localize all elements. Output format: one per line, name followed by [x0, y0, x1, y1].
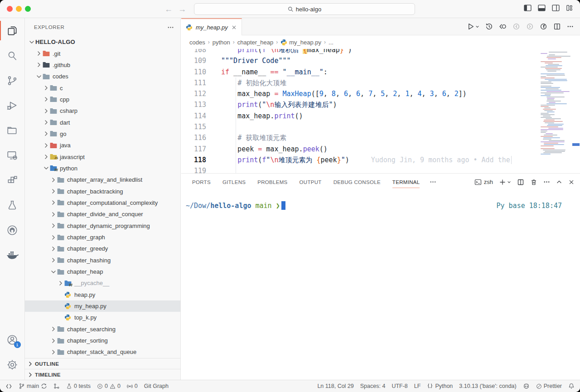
extensions-icon[interactable] — [0, 168, 25, 193]
new-terminal-icon[interactable] — [499, 179, 511, 186]
customize-layout-icon[interactable] — [566, 5, 573, 11]
shell-selector[interactable]: zsh — [474, 179, 493, 186]
language-mode-status[interactable]: Python — [427, 383, 453, 389]
chevron-right-icon[interactable] — [50, 234, 57, 241]
tree-item-chapter_divide_and_conquer[interactable]: chapter_divide_and_conquer — [25, 208, 181, 220]
tree-item-c[interactable]: c — [25, 82, 181, 93]
panel-tab-terminal[interactable]: TERMINAL — [392, 174, 420, 190]
chevron-right-icon[interactable] — [43, 153, 50, 160]
tree-item-dart[interactable]: dart — [25, 116, 181, 128]
tree-item-chapter_computational_complexity[interactable]: chapter_computational_complexity — [25, 197, 181, 208]
tree-item-top_kpy[interactable]: top_k.py — [25, 312, 181, 323]
code-line-115[interactable]: 115 — [181, 121, 540, 132]
tree-item-chapter_stack_and_queue[interactable]: chapter_stack_and_queue — [25, 346, 181, 358]
breadcrumb-item-python[interactable]: python — [213, 39, 230, 46]
panel-tab-output[interactable]: OUTPUT — [300, 174, 322, 190]
outline-section-header[interactable]: OUTLINE — [25, 358, 181, 369]
python-interpreter-status[interactable]: 3.10.13 ('base': conda) — [459, 383, 516, 389]
docker-icon[interactable] — [0, 242, 25, 267]
tree-item-chapter_greedy[interactable]: chapter_greedy — [25, 243, 181, 254]
code-line-109[interactable]: 109"""Driver Code""" — [181, 55, 540, 66]
chevron-down-icon[interactable] — [28, 39, 35, 46]
breadcrumb-item-chapter_heap[interactable]: chapter_heap — [237, 39, 274, 46]
indentation-status[interactable]: Spaces: 4 — [360, 383, 386, 389]
chevron-right-icon[interactable] — [50, 348, 57, 356]
chevron-right-icon[interactable] — [50, 245, 57, 252]
eol-status[interactable]: LF — [414, 383, 421, 389]
accounts-icon[interactable]: 1 — [0, 327, 25, 352]
run-and-debug-icon[interactable] — [0, 93, 25, 118]
tab-my-heap-py[interactable]: my_heap.py — [181, 18, 242, 35]
minimap[interactable] — [540, 49, 572, 173]
panel-more-tabs-icon[interactable] — [430, 179, 436, 185]
zoom-window-button[interactable] — [25, 6, 31, 12]
chevron-right-icon[interactable] — [43, 119, 50, 126]
editor-more-actions-icon[interactable] — [567, 23, 574, 30]
open-changes-icon[interactable] — [499, 23, 507, 30]
chevron-right-icon[interactable] — [50, 325, 57, 333]
code-line-118[interactable]: 118 print(f"\n堆顶元素为 {peek}")Yudong Jin, … — [181, 155, 540, 165]
split-editor-icon[interactable] — [553, 23, 561, 30]
copilot-status-icon[interactable] — [523, 383, 530, 390]
tree-item-chapter_sorting[interactable]: chapter_sorting — [25, 335, 181, 346]
chevron-right-icon[interactable] — [50, 256, 57, 264]
git-graph-status-icon[interactable] — [53, 383, 60, 389]
code-line-117[interactable]: 117 peek = max_heap.peek() — [181, 144, 540, 155]
tree-item-chapter_backtracking[interactable]: chapter_backtracking — [25, 185, 181, 197]
chevron-right-icon[interactable] — [43, 96, 50, 103]
chevron-down-icon[interactable] — [50, 268, 57, 276]
file-history-icon[interactable] — [485, 23, 493, 30]
search-sidebar-icon[interactable] — [0, 43, 25, 68]
code-line-114[interactable]: 114 max_heap.print() — [181, 111, 540, 121]
notifications-bell-icon[interactable] — [568, 383, 575, 389]
terminal[interactable]: ~/Dow/hello-algo main ❯ Py base 18:18:47 — [181, 190, 580, 210]
code-line-108[interactable]: 108 print(f"\n堆积后 {max_heap}") — [181, 49, 540, 55]
project-folders-icon[interactable] — [0, 118, 25, 143]
tree-item-chapter_array_and_linkedlist[interactable]: chapter_array_and_linkedlist — [25, 174, 181, 185]
history-back-icon[interactable]: ← — [164, 4, 173, 15]
tree-item-heappy[interactable]: heap.py — [25, 289, 181, 300]
code-line-111[interactable]: 111 # 初始化大顶堆 — [181, 77, 540, 88]
git-graph-button[interactable]: Git Graph — [144, 383, 169, 389]
chevron-right-icon[interactable] — [43, 142, 50, 149]
toggle-primary-sidebar-icon[interactable] — [524, 5, 532, 11]
minimize-window-button[interactable] — [16, 6, 22, 12]
timeline-section-header[interactable]: TIMELINE — [25, 369, 181, 380]
tree-item-javascript[interactable]: JSjavascript — [25, 151, 181, 162]
remote-indicator-icon[interactable] — [5, 383, 12, 390]
encoding-status[interactable]: UTF-8 — [392, 383, 407, 389]
chevron-right-icon[interactable] — [35, 50, 43, 57]
tree-item-cpp[interactable]: cpp — [25, 94, 181, 105]
chevron-right-icon[interactable] — [50, 337, 57, 344]
chevron-down-icon[interactable] — [43, 165, 50, 172]
breadcrumb-item-my_heappy[interactable]: my_heap.py — [280, 39, 321, 46]
chevron-right-icon[interactable] — [43, 107, 50, 115]
chevron-right-icon[interactable] — [50, 211, 57, 218]
explorer-icon[interactable] — [0, 18, 25, 43]
tree-item-chapter_dynamic_programming[interactable]: chapter_dynamic_programming — [25, 220, 181, 232]
tree-item-go[interactable]: go — [25, 128, 181, 140]
close-tab-icon[interactable] — [231, 24, 237, 30]
tree-item-hello-algo[interactable]: HELLO-ALGO — [25, 36, 181, 48]
code-line-112[interactable]: 112 max_heap = MaxHeap([9, 8, 6, 6, 7, 5… — [181, 88, 540, 99]
toggle-secondary-sidebar-icon[interactable] — [552, 5, 560, 11]
panel-more-actions-icon[interactable] — [543, 179, 550, 185]
chevron-down-icon[interactable] — [35, 73, 43, 80]
tree-item-my_heappy[interactable]: my_heap.py — [25, 300, 181, 312]
tree-item-chapter_hashing[interactable]: chapter_hashing — [25, 255, 181, 266]
tree-item-chapter_graph[interactable]: chapter_graph — [25, 232, 181, 243]
chevron-right-icon[interactable] — [50, 222, 57, 229]
kill-terminal-icon[interactable] — [530, 179, 537, 186]
testing-icon[interactable] — [0, 193, 25, 218]
maximize-panel-icon[interactable] — [556, 179, 562, 185]
prettier-status[interactable]: Prettier — [536, 383, 562, 389]
chevron-right-icon[interactable] — [35, 61, 43, 68]
remote-explorer-icon[interactable] — [0, 143, 25, 168]
source-control-icon[interactable] — [0, 68, 25, 93]
settings-gear-icon[interactable] — [0, 352, 25, 377]
cursor-position-status[interactable]: Ln 118, Col 29 — [317, 383, 353, 389]
code-line-116[interactable]: 116 # 获取堆顶元素 — [181, 132, 540, 143]
code-line-119[interactable]: 119 — [181, 165, 540, 173]
branch-status[interactable]: main — [19, 383, 47, 389]
chevron-right-icon[interactable] — [57, 280, 64, 287]
